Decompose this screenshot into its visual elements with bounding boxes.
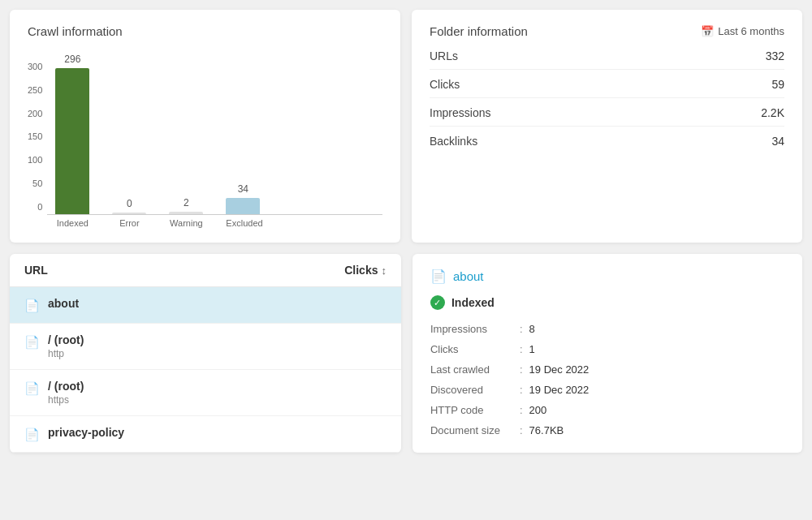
folder-information-card: Folder information 📅 Last 6 months URLs … <box>412 10 802 243</box>
url-table-header: URL Clicks ↕ <box>10 254 401 287</box>
bar-error-rect <box>112 213 146 214</box>
detail-title: 📄 about <box>430 269 784 284</box>
page-icon: 📄 <box>24 428 40 442</box>
page-icon: 📄 <box>24 335 40 350</box>
page-icon: 📄 <box>24 381 40 396</box>
chart-y-axis: 300 250 200 150 100 50 0 <box>28 62 47 212</box>
bar-indexed-rect <box>55 68 89 214</box>
chart-bars-wrapper: 296 0 2 34 <box>47 65 382 228</box>
url-item-content-root-https: / (root) https <box>48 380 84 406</box>
bar-warning: 2 <box>169 197 203 214</box>
bar-excluded: 34 <box>226 183 260 214</box>
crawl-chart: 300 250 200 150 100 50 0 296 0 <box>28 49 382 228</box>
status-row: ✓ Indexed <box>430 295 784 310</box>
status-label: Indexed <box>451 296 495 309</box>
folder-row-backlinks: Backlinks 34 <box>430 135 784 154</box>
folder-date-range[interactable]: 📅 Last 6 months <box>701 25 784 37</box>
detail-row-document-size: Document size : 76.7KB <box>430 424 784 436</box>
detail-row-impressions: Impressions : 8 <box>430 323 784 335</box>
folder-header: Folder information 📅 Last 6 months <box>430 24 784 38</box>
url-column-header: URL <box>24 264 48 277</box>
detail-row-http-code: HTTP code : 200 <box>430 404 784 416</box>
bar-indexed: 296 <box>55 54 89 214</box>
chart-bars: 296 0 2 34 <box>47 65 382 215</box>
url-table-card: URL Clicks ↕ 📄 about 📄 / (root) http 📄 <box>10 254 401 453</box>
detail-row-clicks: Clicks : 1 <box>430 343 784 355</box>
detail-rows: Impressions : 8 Clicks : 1 Last crawled … <box>430 323 784 436</box>
clicks-column-header[interactable]: Clicks ↕ <box>344 264 387 277</box>
url-item-content-about: about <box>48 297 79 310</box>
folder-row-clicks: Clicks 59 <box>430 78 784 98</box>
calendar-icon: 📅 <box>701 25 714 37</box>
bar-warning-rect <box>169 212 203 214</box>
bar-error: 0 <box>112 198 146 214</box>
folder-rows: URLs 332 Clicks 59 Impressions 2.2K Back… <box>430 49 784 154</box>
crawl-card-title: Crawl information <box>28 24 382 38</box>
url-list-item-privacy-policy[interactable]: 📄 privacy-policy <box>10 416 401 453</box>
status-dot-indexed: ✓ <box>430 295 445 310</box>
folder-row-urls: URLs 332 <box>430 49 784 70</box>
detail-row-discovered: Discovered : 19 Dec 2022 <box>430 384 784 396</box>
crawl-information-card: Crawl information 300 250 200 150 100 50… <box>10 10 400 243</box>
url-list-item-root-http[interactable]: 📄 / (root) http <box>10 324 401 370</box>
detail-page-icon: 📄 <box>430 269 447 284</box>
detail-row-last-crawled: Last crawled : 19 Dec 2022 <box>430 363 784 376</box>
url-list-item-root-https[interactable]: 📄 / (root) https <box>10 370 401 416</box>
folder-row-impressions: Impressions 2.2K <box>430 106 784 127</box>
bar-excluded-rect <box>226 198 260 214</box>
detail-panel: 📄 about ✓ Indexed Impressions : 8 Clicks… <box>412 254 802 453</box>
url-item-content-root-http: / (root) http <box>48 333 84 359</box>
chart-x-labels: Indexed Error Warning Excluded <box>47 218 382 228</box>
url-list-item-about[interactable]: 📄 about <box>10 287 401 324</box>
folder-card-title: Folder information <box>430 24 528 38</box>
sort-icon: ↕ <box>381 264 387 277</box>
page-icon: 📄 <box>24 299 40 313</box>
url-item-content-privacy: privacy-policy <box>48 426 124 439</box>
